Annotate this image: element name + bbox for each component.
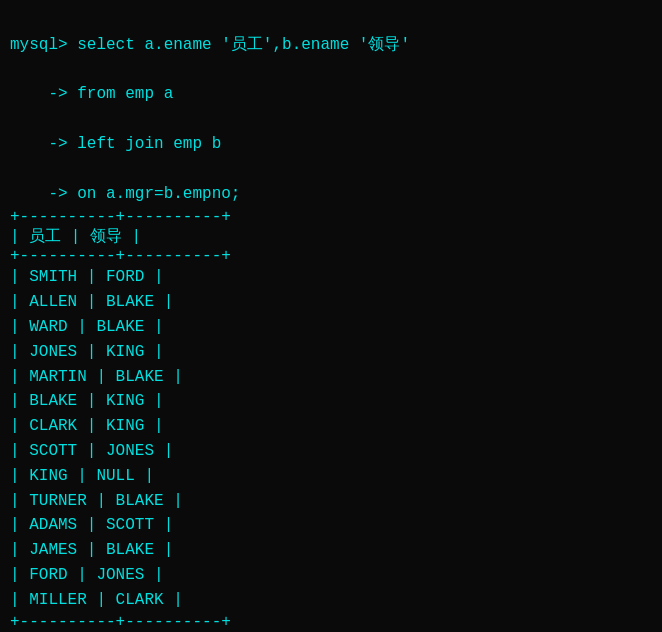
- table-row: | FORD | JONES |: [10, 563, 652, 588]
- header-row: | 员工 | 领导 |: [10, 226, 652, 247]
- table-row: | JONES | KING |: [10, 340, 652, 365]
- table-row: | WARD | BLAKE |: [10, 315, 652, 340]
- table-row: | ADAMS | SCOTT |: [10, 513, 652, 538]
- table-row: | SMITH | FORD |: [10, 265, 652, 290]
- table-row: | KING | NULL |: [10, 464, 652, 489]
- query-line-4: -> on a.mgr=b.empno;: [10, 185, 240, 203]
- table-row: | MILLER | CLARK |: [10, 588, 652, 613]
- top-divider: +----------+----------+: [10, 208, 652, 226]
- table-body: | SMITH | FORD || ALLEN | BLAKE || WARD …: [10, 265, 652, 612]
- terminal-window: mysql> select a.ename '员工',b.ename '领导' …: [10, 8, 652, 206]
- table-row: | MARTIN | BLAKE |: [10, 365, 652, 390]
- result-table: +----------+----------+ | 员工 | 领导 | +---…: [10, 208, 652, 630]
- table-row: | BLAKE | KING |: [10, 389, 652, 414]
- query-line-2: -> from emp a: [10, 85, 173, 103]
- query-line-3: -> left join emp b: [10, 135, 221, 153]
- table-row: | SCOTT | JONES |: [10, 439, 652, 464]
- header-divider: +----------+----------+: [10, 247, 652, 265]
- table-row: | ALLEN | BLAKE |: [10, 290, 652, 315]
- table-row: | CLARK | KING |: [10, 414, 652, 439]
- query-line-1: mysql> select a.ename '员工',b.ename '领导': [10, 36, 410, 54]
- bottom-divider: +----------+----------+: [10, 613, 652, 631]
- table-row: | TURNER | BLAKE |: [10, 489, 652, 514]
- table-row: | JAMES | BLAKE |: [10, 538, 652, 563]
